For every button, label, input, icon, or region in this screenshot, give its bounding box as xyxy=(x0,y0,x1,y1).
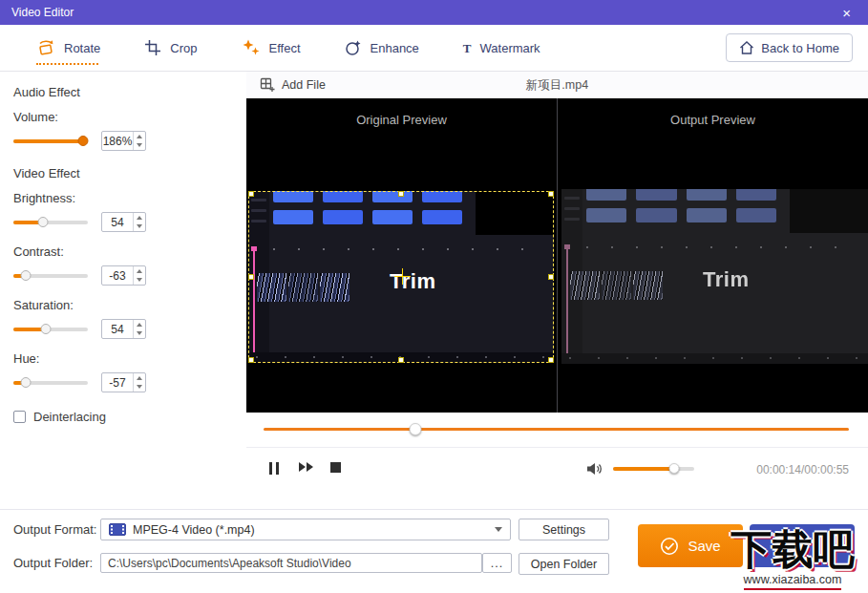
brightness-slider[interactable] xyxy=(13,221,88,224)
brightness-slider-thumb[interactable] xyxy=(38,217,49,227)
output-format-select[interactable]: MPEG-4 Video (*.mp4) xyxy=(100,519,511,540)
enhance-icon xyxy=(345,39,362,56)
window-title: Video Editor xyxy=(11,6,74,19)
frame-media-tiles xyxy=(586,189,776,222)
saturation-label: Saturation: xyxy=(13,298,246,312)
saturation-slider[interactable] xyxy=(13,328,88,331)
selection-handle[interactable] xyxy=(548,274,554,280)
back-to-home-button[interactable]: Back to Home xyxy=(726,33,853,62)
output-preview-title: Output Preview xyxy=(558,113,868,127)
frame-toolbar-marks xyxy=(586,246,849,248)
check-circle-icon xyxy=(660,537,679,556)
preview-stage: Original Preview Output Preview Trim xyxy=(246,98,868,413)
hue-spin-up[interactable] xyxy=(134,373,145,383)
selection-handle[interactable] xyxy=(248,191,254,197)
hue-spin-down[interactable] xyxy=(134,383,145,392)
selection-handle[interactable] xyxy=(248,357,254,363)
player-volume-thumb[interactable] xyxy=(668,463,679,474)
output-bar: Output Format: MPEG-4 Video (*.mp4) Sett… xyxy=(0,509,868,593)
hue-value: -57 xyxy=(102,373,133,392)
settings-button[interactable]: Settings xyxy=(519,519,609,540)
saturation-slider-thumb[interactable] xyxy=(41,324,52,334)
deinterlacing-checkbox[interactable] xyxy=(13,411,26,423)
rotate-icon xyxy=(36,38,55,57)
brightness-label: Brightness: xyxy=(13,191,246,205)
browse-folder-button[interactable]: ... xyxy=(482,553,512,573)
selection-handle[interactable] xyxy=(248,274,254,280)
tab-effect-label: Effect xyxy=(269,41,301,55)
contrast-spin-up[interactable] xyxy=(134,266,145,276)
tab-enhance-label: Enhance xyxy=(370,41,419,55)
original-preview-title: Original Preview xyxy=(246,113,557,127)
selection-handle[interactable] xyxy=(548,191,554,197)
brightness-spin-up[interactable] xyxy=(134,213,145,222)
output-format-label: Output Format: xyxy=(13,522,96,537)
tab-rotate[interactable]: Rotate xyxy=(36,25,100,71)
output-folder-field[interactable]: C:\Users\pc\Documents\Apeaksoft Studio\V… xyxy=(100,553,482,573)
brightness-value: 54 xyxy=(102,213,133,231)
video-format-icon xyxy=(109,523,126,536)
seek-row xyxy=(246,413,868,447)
video-effect-heading: Video Effect xyxy=(13,166,246,180)
preview-divider xyxy=(557,98,558,413)
blue-action-button[interactable] xyxy=(750,524,855,567)
hue-slider[interactable] xyxy=(13,381,88,385)
tab-crop[interactable]: Crop xyxy=(144,25,197,71)
volume-spin-down[interactable] xyxy=(134,141,145,151)
tab-effect[interactable]: Effect xyxy=(242,25,301,71)
frame-bottom-strip xyxy=(561,353,868,364)
contrast-spinner[interactable]: -63 xyxy=(101,265,146,286)
titlebar: Video Editor × xyxy=(0,0,868,25)
seek-thumb[interactable] xyxy=(410,423,422,435)
contrast-slider-thumb[interactable] xyxy=(21,270,32,281)
volume-slider[interactable] xyxy=(13,139,88,143)
saturation-spin-down[interactable] xyxy=(134,329,145,339)
saturation-spin-up[interactable] xyxy=(134,320,145,329)
tab-crop-label: Crop xyxy=(170,41,197,55)
hue-slider-thumb[interactable] xyxy=(21,377,32,388)
selection-handle[interactable] xyxy=(398,357,404,363)
speaker-icon[interactable] xyxy=(586,462,603,478)
tab-enhance[interactable]: Enhance xyxy=(345,25,419,71)
frame-timeline-clips xyxy=(570,271,663,300)
time-display: 00:00:14/00:00:55 xyxy=(756,463,849,477)
deinterlacing-checkbox-row[interactable]: Deinterlacing xyxy=(13,410,246,424)
save-label: Save xyxy=(688,538,720,554)
hue-spinner[interactable]: -57 xyxy=(101,372,146,392)
pause-button[interactable] xyxy=(269,462,279,475)
fast-forward-button[interactable] xyxy=(299,462,313,472)
contrast-slider[interactable] xyxy=(13,274,88,278)
open-folder-button[interactable]: Open Folder xyxy=(519,553,609,575)
selection-handle[interactable] xyxy=(548,357,554,363)
frame-trim-text: Trim xyxy=(703,267,749,292)
stop-button[interactable] xyxy=(330,462,341,473)
project-filename: 新项目.mp4 xyxy=(246,77,868,94)
seek-slider[interactable] xyxy=(264,428,849,431)
tab-bar: Rotate Crop Effect Enhance T Water xyxy=(0,25,868,72)
volume-slider-thumb[interactable] xyxy=(77,136,88,146)
crop-icon xyxy=(144,39,161,56)
save-button[interactable]: Save xyxy=(638,524,743,567)
saturation-spinner[interactable]: 54 xyxy=(101,319,146,339)
effect-sparkles-icon xyxy=(242,38,261,57)
volume-spinner[interactable]: 186% xyxy=(101,131,146,151)
player-volume-slider[interactable] xyxy=(613,467,694,471)
tab-watermark[interactable]: T Watermark xyxy=(463,25,540,71)
chevron-down-icon xyxy=(495,527,502,532)
close-button[interactable]: × xyxy=(836,5,857,21)
saturation-value: 54 xyxy=(102,320,133,338)
brightness-spin-down[interactable] xyxy=(134,222,145,232)
file-bar: 新项目.mp4 Add File xyxy=(246,72,868,98)
contrast-label: Contrast: xyxy=(13,244,246,259)
selection-handle[interactable] xyxy=(398,191,404,197)
volume-spin-up[interactable] xyxy=(134,132,145,141)
brightness-spinner[interactable]: 54 xyxy=(101,212,146,232)
tab-watermark-label: Watermark xyxy=(480,41,540,55)
selection-border[interactable] xyxy=(248,191,554,363)
frame-playhead xyxy=(566,244,568,360)
audio-effect-heading: Audio Effect xyxy=(13,85,246,99)
hue-label: Hue: xyxy=(13,351,246,366)
video-editor-window: Video Editor × Rotate Crop xyxy=(0,0,868,593)
contrast-spin-down[interactable] xyxy=(134,276,145,286)
frame-black-region xyxy=(790,189,868,233)
